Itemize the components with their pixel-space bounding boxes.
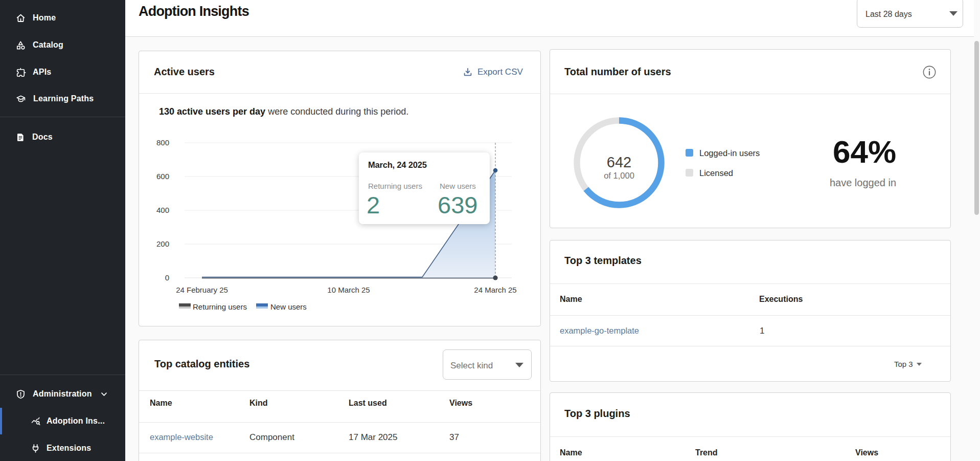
svg-text:600: 600: [156, 172, 169, 181]
svg-text:10 March 25: 10 March 25: [327, 286, 370, 294]
svg-text:24 March 25: 24 March 25: [474, 286, 516, 294]
svg-text:642: 642: [607, 154, 631, 170]
svg-text:of 1,000: of 1,000: [604, 171, 634, 180]
svg-text:24 February 25: 24 February 25: [176, 286, 228, 294]
svg-text:200: 200: [156, 239, 169, 248]
svg-text:0: 0: [165, 273, 169, 282]
svg-text:Returning users: Returning users: [193, 302, 247, 311]
svg-text:800: 800: [156, 138, 169, 147]
svg-text:400: 400: [156, 206, 169, 214]
svg-text:New users: New users: [270, 302, 307, 311]
